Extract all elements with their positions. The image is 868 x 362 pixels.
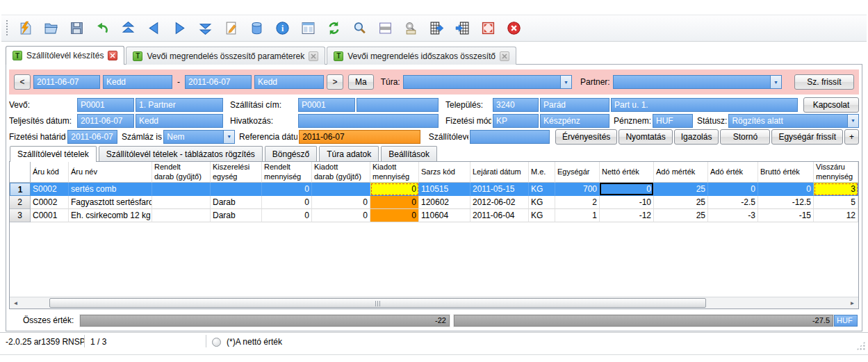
next-day-button[interactable]: > — [327, 74, 343, 90]
undo-icon[interactable] — [94, 20, 110, 37]
table-cell[interactable]: 0 — [370, 183, 419, 196]
tura-value[interactable] — [403, 75, 560, 89]
tab-vevoi-megrendeles-idoszakos-osszesito[interactable]: T Vevői megrendelés időszakos összesítő — [327, 47, 516, 65]
nyomtatas-button[interactable]: Nyomtatás — [619, 129, 672, 145]
vevo-code-field[interactable]: P0001 — [77, 98, 134, 112]
table-cell[interactable]: -12.5 — [758, 196, 814, 209]
table-cell[interactable]: Darab — [211, 209, 262, 222]
chevron-down-icon[interactable]: ▼ — [847, 114, 859, 128]
teljesites-nap-field[interactable]: Kedd — [136, 114, 223, 128]
storno-button[interactable]: Stornó — [720, 129, 770, 145]
subtab-tablazatos-rogzites[interactable]: Szállítólevél tételek - táblázatos rögzí… — [99, 146, 263, 161]
table-cell[interactable] — [211, 183, 262, 196]
table-cell[interactable]: -12 — [600, 209, 654, 222]
ervenyesites-button[interactable]: Érvényesítés — [555, 129, 617, 145]
partner-combobox[interactable]: ▼ — [613, 75, 782, 89]
telepules-city-field[interactable]: Parád — [540, 98, 609, 112]
column-header[interactable]: Egységár — [555, 162, 600, 183]
table-cell[interactable]: 0 — [262, 209, 312, 222]
row-number-cell[interactable]: 3 — [10, 209, 31, 222]
column-header[interactable]: Sarzs kód — [419, 162, 470, 183]
table-row[interactable]: 2C0002Fagyasztott sertésfarokDarab000120… — [10, 196, 858, 209]
igazolas-button[interactable]: Igazolás — [674, 129, 719, 145]
column-header[interactable]: Rendelt darab (gyűjtő) — [152, 162, 211, 183]
table-row[interactable]: 3C0001Eh. csirkecomb 12 kgDarab000110604… — [10, 209, 858, 222]
day-from-field[interactable]: Kedd — [103, 75, 172, 89]
edit-icon[interactable] — [222, 20, 239, 37]
column-header[interactable]: Visszáru mennyiség — [814, 162, 858, 183]
database-icon[interactable] — [248, 20, 265, 37]
table-cell[interactable]: -15 — [758, 209, 814, 222]
last-record-icon[interactable] — [197, 20, 213, 37]
table-cell[interactable]: KG — [529, 209, 555, 222]
szallitolevel-field[interactable] — [470, 130, 550, 144]
fizetesi-mod-name-field[interactable]: Készpénz — [540, 114, 609, 128]
table-cell[interactable]: -2.5 — [708, 196, 758, 209]
table-cell[interactable]: 5 — [814, 196, 858, 209]
toolbar-drag-handle[interactable] — [6, 19, 9, 37]
fizetesi-mod-code-field[interactable]: KP — [493, 114, 539, 128]
row-number-cell[interactable]: 2 — [10, 196, 31, 209]
next-record-icon[interactable] — [171, 20, 188, 37]
column-header[interactable]: Kiszerelési egység — [211, 162, 262, 183]
table-cell[interactable]: 0 — [758, 183, 814, 196]
subtab-tura-adatok[interactable]: Túra adatok — [319, 146, 379, 161]
date-from-field[interactable]: 2011-06-07 — [33, 75, 100, 89]
table-cell[interactable]: KG — [529, 196, 555, 209]
column-header[interactable]: Bruttó érték — [758, 162, 814, 183]
save-icon[interactable] — [68, 20, 85, 37]
telepules-zip-field[interactable]: 3240 — [493, 98, 539, 112]
table-cell[interactable]: 0 — [600, 183, 654, 196]
table-cell[interactable]: -10 — [600, 196, 654, 209]
telepules-street-field[interactable]: Part u. 1. — [611, 98, 798, 112]
table-row[interactable]: 1S0002sertés comb001105152011-05-15KG700… — [10, 183, 858, 196]
tab-close-icon[interactable] — [309, 51, 318, 61]
row-number-cell[interactable]: 1 — [10, 183, 31, 196]
chevron-down-icon[interactable]: ▼ — [223, 130, 235, 144]
table-cell[interactable]: sertés comb — [69, 183, 152, 196]
scrollbar-thumb[interactable] — [49, 298, 706, 308]
column-header[interactable]: Kiadott mennyiség — [370, 162, 419, 183]
scrollbar-track[interactable] — [22, 297, 846, 308]
table-cell[interactable]: KG — [529, 183, 555, 196]
kapcsolat-button[interactable]: Kapcsolat — [803, 97, 859, 113]
previous-record-icon[interactable] — [145, 20, 162, 37]
table-cell[interactable]: 2011-06-04 — [470, 209, 529, 222]
table-cell[interactable]: 0 — [262, 196, 312, 209]
first-record-icon[interactable] — [120, 20, 136, 37]
table-cell[interactable] — [152, 196, 211, 209]
subtab-bongeszo[interactable]: Böngésző — [265, 146, 317, 161]
szallitasi-cim-field[interactable] — [357, 98, 439, 112]
table-cell[interactable]: 2012-06-02 — [470, 196, 529, 209]
table-cell[interactable] — [312, 183, 370, 196]
table-cell[interactable]: C0002 — [31, 196, 69, 209]
open-icon[interactable] — [42, 20, 59, 37]
referencia-datum-field[interactable]: 2011-06-07 — [299, 130, 420, 144]
row-view-icon[interactable] — [377, 20, 393, 37]
table-cell[interactable]: 0 — [370, 209, 419, 222]
column-header[interactable]: Áru kód — [31, 162, 69, 183]
statusz-value[interactable]: Rögzítés alatt — [728, 114, 847, 128]
scroll-right-icon[interactable]: ► — [846, 297, 858, 308]
subtab-beallitasok[interactable]: Beállítások — [381, 146, 437, 161]
refresh-list-button[interactable]: Sz. frissít — [794, 74, 854, 90]
chevron-down-icon[interactable]: ▼ — [560, 75, 572, 89]
stop-icon[interactable] — [505, 20, 522, 37]
table-cell[interactable] — [152, 183, 211, 196]
prev-day-button[interactable]: < — [14, 74, 31, 90]
info-icon[interactable]: i — [274, 20, 290, 37]
chevron-down-icon[interactable]: ▼ — [770, 75, 782, 89]
netto-radio-button[interactable] — [212, 338, 221, 347]
horizontal-scrollbar[interactable]: ◄ ► — [10, 297, 858, 308]
tab-szallitolevel-keszites[interactable]: T Szállítólevél készítés — [6, 46, 124, 65]
table-cell[interactable]: 25 — [654, 183, 708, 196]
teljesites-datum-field[interactable]: 2011-06-07 — [77, 114, 134, 128]
table-cell[interactable]: 25 — [654, 196, 708, 209]
table-cell[interactable]: Darab — [211, 196, 262, 209]
tools-icon[interactable] — [402, 20, 419, 37]
today-button[interactable]: Ma — [348, 74, 374, 90]
fizetesi-hatarido-field[interactable]: 2011-06-07 — [67, 130, 117, 144]
szallitasi-cim-code-field[interactable]: P0001 — [298, 98, 355, 112]
table-cell[interactable]: C0001 — [31, 209, 69, 222]
column-header[interactable]: Kiadott darab (gyűjtő) — [312, 162, 370, 183]
